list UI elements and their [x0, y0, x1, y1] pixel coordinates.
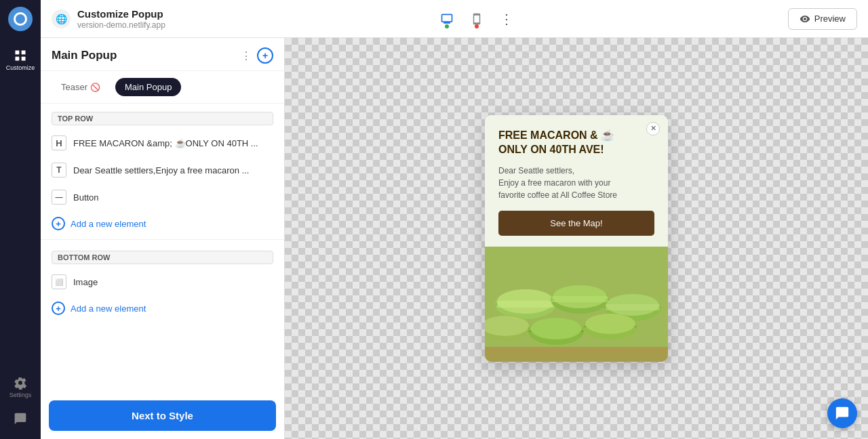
sidebar-item-label: Settings: [9, 392, 32, 398]
tab-main-popup-label: Main Popup: [125, 82, 172, 92]
heading-icon: H: [52, 135, 66, 150]
button-text-preview: Button: [73, 192, 273, 203]
popup-cta-button[interactable]: See the Map!: [498, 211, 654, 236]
sidebar-item-chat[interactable]: [0, 405, 41, 432]
top-row-label: TOP ROW: [52, 112, 273, 125]
row-divider: [41, 239, 284, 240]
svg-rect-27: [485, 347, 668, 362]
add-element-bottom[interactable]: + Add a new element: [41, 295, 284, 321]
tab-teaser[interactable]: Teaser 🚫: [52, 78, 110, 96]
device-switcher: ⋮: [165, 8, 788, 30]
panel-menu-icon[interactable]: ⋮: [241, 49, 252, 62]
svg-rect-13: [551, 296, 608, 302]
list-item-image[interactable]: ⬜ Image: [41, 268, 284, 295]
left-panel: Main Popup ⋮ + Teaser 🚫 Main Popup TOP R…: [41, 38, 285, 439]
tab-main-popup[interactable]: Main Popup: [115, 78, 181, 96]
app-title: Customize Popup: [77, 8, 165, 20]
list-item-button[interactable]: — Button: [41, 184, 284, 211]
heading-text: FREE MACARON &amp; ☕ONLY ON 40TH ...: [73, 138, 273, 148]
desktop-device-btn[interactable]: [436, 8, 458, 30]
popup-cta-label: See the Map!: [550, 218, 602, 228]
app-subtitle: version-demo.netlify.app: [77, 20, 165, 30]
list-item-heading[interactable]: H FREE MACARON &amp; ☕ONLY ON 40TH ...: [41, 129, 284, 156]
popup-image-section: [485, 247, 668, 362]
topbar: 🌐 Customize Popup version-demo.netlify.a…: [41, 0, 868, 38]
panel-title: Main Popup: [52, 49, 235, 62]
topbar-right: Preview: [788, 8, 857, 30]
preview-button[interactable]: Preview: [788, 8, 857, 30]
svg-rect-3: [22, 57, 26, 61]
panel-add-button[interactable]: +: [257, 47, 273, 64]
text-icon: T: [52, 163, 66, 177]
topbar-globe-icon: 🌐: [52, 9, 71, 28]
add-element-icon-top: +: [52, 217, 65, 230]
add-element-label-top: Add a new element: [71, 219, 146, 229]
tab-teaser-label: Teaser: [61, 82, 87, 92]
next-to-style-button[interactable]: Next to Style: [49, 400, 276, 431]
canvas-area: ✕ FREE MACARON & ☕ONLY ON 40TH AVE! Dear…: [285, 38, 868, 439]
sidebar: Customize Settings: [0, 0, 41, 439]
panel-header: Main Popup ⋮ +: [41, 38, 284, 71]
add-element-label-bottom: Add a new element: [71, 304, 146, 314]
popup-heading: FREE MACARON & ☕ONLY ON 40TH AVE!: [498, 129, 654, 157]
bottom-row-label: BOTTOM ROW: [52, 251, 273, 264]
add-element-top[interactable]: + Add a new element: [41, 211, 284, 236]
more-options-icon[interactable]: ⋮: [500, 11, 513, 27]
svg-rect-9: [497, 301, 554, 308]
svg-rect-1: [22, 51, 26, 55]
mobile-device-btn[interactable]: [466, 8, 488, 30]
body-text-preview: Dear Seattle settlers,Enjoy a free macar…: [73, 165, 273, 175]
svg-rect-17: [606, 304, 660, 310]
svg-point-23: [530, 318, 582, 339]
svg-rect-0: [16, 51, 20, 55]
popup-close-button[interactable]: ✕: [646, 122, 660, 135]
image-icon: ⬜: [52, 274, 66, 289]
preview-label: Preview: [814, 14, 846, 24]
svg-rect-2: [16, 57, 20, 61]
list-item-text[interactable]: T Dear Seattle settlers,Enjoy a free mac…: [41, 156, 284, 184]
sidebar-item-customize[interactable]: Customize: [0, 42, 41, 78]
button-icon: —: [52, 190, 66, 205]
sidebar-item-settings[interactable]: Settings: [0, 369, 41, 405]
svg-rect-28: [485, 350, 668, 352]
svg-point-26: [585, 314, 635, 334]
macaron-illustration: [485, 247, 668, 362]
chat-button[interactable]: [827, 398, 857, 428]
popup-body: Dear Seattle settlers, Enjoy a free maca…: [498, 165, 654, 201]
add-element-icon-bottom: +: [52, 301, 65, 315]
tab-bar: Teaser 🚫 Main Popup: [41, 71, 284, 104]
eye-off-icon: 🚫: [90, 83, 100, 92]
next-button-label: Next to Style: [132, 410, 193, 421]
image-text: Image: [73, 277, 273, 287]
main-content: Main Popup ⋮ + Teaser 🚫 Main Popup TOP R…: [41, 38, 868, 439]
popup-top-section: ✕ FREE MACARON & ☕ONLY ON 40TH AVE! Dear…: [485, 115, 668, 247]
popup-preview: ✕ FREE MACARON & ☕ONLY ON 40TH AVE! Dear…: [485, 115, 668, 362]
sidebar-item-label: Customize: [6, 64, 35, 71]
app-logo: [8, 7, 33, 31]
